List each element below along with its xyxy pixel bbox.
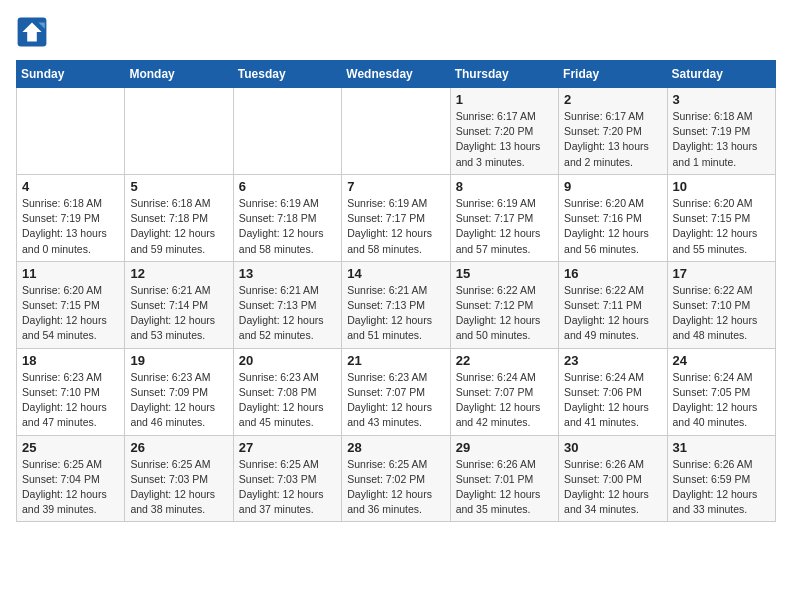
cell-content: Sunrise: 6:23 AM Sunset: 7:07 PM Dayligh… bbox=[347, 370, 444, 431]
day-number: 13 bbox=[239, 266, 336, 281]
calendar-cell: 21Sunrise: 6:23 AM Sunset: 7:07 PM Dayli… bbox=[342, 348, 450, 435]
calendar-cell: 3Sunrise: 6:18 AM Sunset: 7:19 PM Daylig… bbox=[667, 88, 775, 175]
day-number: 7 bbox=[347, 179, 444, 194]
cell-content: Sunrise: 6:19 AM Sunset: 7:17 PM Dayligh… bbox=[347, 196, 444, 257]
day-number: 15 bbox=[456, 266, 553, 281]
calendar-cell: 31Sunrise: 6:26 AM Sunset: 6:59 PM Dayli… bbox=[667, 435, 775, 522]
day-number: 18 bbox=[22, 353, 119, 368]
cell-content: Sunrise: 6:20 AM Sunset: 7:15 PM Dayligh… bbox=[22, 283, 119, 344]
weekday-row: SundayMondayTuesdayWednesdayThursdayFrid… bbox=[17, 61, 776, 88]
day-number: 11 bbox=[22, 266, 119, 281]
day-number: 3 bbox=[673, 92, 770, 107]
calendar-cell: 26Sunrise: 6:25 AM Sunset: 7:03 PM Dayli… bbox=[125, 435, 233, 522]
calendar-cell: 24Sunrise: 6:24 AM Sunset: 7:05 PM Dayli… bbox=[667, 348, 775, 435]
cell-content: Sunrise: 6:25 AM Sunset: 7:02 PM Dayligh… bbox=[347, 457, 444, 518]
day-number: 27 bbox=[239, 440, 336, 455]
calendar-cell: 8Sunrise: 6:19 AM Sunset: 7:17 PM Daylig… bbox=[450, 174, 558, 261]
calendar-cell: 16Sunrise: 6:22 AM Sunset: 7:11 PM Dayli… bbox=[559, 261, 667, 348]
calendar-cell: 29Sunrise: 6:26 AM Sunset: 7:01 PM Dayli… bbox=[450, 435, 558, 522]
calendar-cell bbox=[233, 88, 341, 175]
day-number: 23 bbox=[564, 353, 661, 368]
day-number: 29 bbox=[456, 440, 553, 455]
calendar-cell: 20Sunrise: 6:23 AM Sunset: 7:08 PM Dayli… bbox=[233, 348, 341, 435]
day-number: 30 bbox=[564, 440, 661, 455]
cell-content: Sunrise: 6:17 AM Sunset: 7:20 PM Dayligh… bbox=[564, 109, 661, 170]
weekday-header-saturday: Saturday bbox=[667, 61, 775, 88]
cell-content: Sunrise: 6:20 AM Sunset: 7:16 PM Dayligh… bbox=[564, 196, 661, 257]
cell-content: Sunrise: 6:26 AM Sunset: 7:01 PM Dayligh… bbox=[456, 457, 553, 518]
day-number: 19 bbox=[130, 353, 227, 368]
calendar-cell bbox=[17, 88, 125, 175]
calendar-cell: 17Sunrise: 6:22 AM Sunset: 7:10 PM Dayli… bbox=[667, 261, 775, 348]
cell-content: Sunrise: 6:20 AM Sunset: 7:15 PM Dayligh… bbox=[673, 196, 770, 257]
cell-content: Sunrise: 6:19 AM Sunset: 7:17 PM Dayligh… bbox=[456, 196, 553, 257]
calendar-cell: 1Sunrise: 6:17 AM Sunset: 7:20 PM Daylig… bbox=[450, 88, 558, 175]
calendar-cell: 13Sunrise: 6:21 AM Sunset: 7:13 PM Dayli… bbox=[233, 261, 341, 348]
calendar-cell: 19Sunrise: 6:23 AM Sunset: 7:09 PM Dayli… bbox=[125, 348, 233, 435]
cell-content: Sunrise: 6:22 AM Sunset: 7:12 PM Dayligh… bbox=[456, 283, 553, 344]
cell-content: Sunrise: 6:18 AM Sunset: 7:18 PM Dayligh… bbox=[130, 196, 227, 257]
day-number: 25 bbox=[22, 440, 119, 455]
logo bbox=[16, 16, 52, 48]
day-number: 21 bbox=[347, 353, 444, 368]
calendar-table: SundayMondayTuesdayWednesdayThursdayFrid… bbox=[16, 60, 776, 522]
calendar-cell: 28Sunrise: 6:25 AM Sunset: 7:02 PM Dayli… bbox=[342, 435, 450, 522]
weekday-header-wednesday: Wednesday bbox=[342, 61, 450, 88]
day-number: 2 bbox=[564, 92, 661, 107]
day-number: 1 bbox=[456, 92, 553, 107]
cell-content: Sunrise: 6:22 AM Sunset: 7:11 PM Dayligh… bbox=[564, 283, 661, 344]
cell-content: Sunrise: 6:24 AM Sunset: 7:05 PM Dayligh… bbox=[673, 370, 770, 431]
calendar-week-4: 18Sunrise: 6:23 AM Sunset: 7:10 PM Dayli… bbox=[17, 348, 776, 435]
calendar-cell: 2Sunrise: 6:17 AM Sunset: 7:20 PM Daylig… bbox=[559, 88, 667, 175]
weekday-header-friday: Friday bbox=[559, 61, 667, 88]
day-number: 14 bbox=[347, 266, 444, 281]
cell-content: Sunrise: 6:23 AM Sunset: 7:10 PM Dayligh… bbox=[22, 370, 119, 431]
calendar-cell: 12Sunrise: 6:21 AM Sunset: 7:14 PM Dayli… bbox=[125, 261, 233, 348]
cell-content: Sunrise: 6:21 AM Sunset: 7:13 PM Dayligh… bbox=[347, 283, 444, 344]
calendar-cell: 4Sunrise: 6:18 AM Sunset: 7:19 PM Daylig… bbox=[17, 174, 125, 261]
page-header bbox=[16, 16, 776, 48]
day-number: 10 bbox=[673, 179, 770, 194]
day-number: 6 bbox=[239, 179, 336, 194]
calendar-header: SundayMondayTuesdayWednesdayThursdayFrid… bbox=[17, 61, 776, 88]
cell-content: Sunrise: 6:18 AM Sunset: 7:19 PM Dayligh… bbox=[22, 196, 119, 257]
day-number: 12 bbox=[130, 266, 227, 281]
cell-content: Sunrise: 6:24 AM Sunset: 7:06 PM Dayligh… bbox=[564, 370, 661, 431]
cell-content: Sunrise: 6:22 AM Sunset: 7:10 PM Dayligh… bbox=[673, 283, 770, 344]
cell-content: Sunrise: 6:26 AM Sunset: 6:59 PM Dayligh… bbox=[673, 457, 770, 518]
day-number: 20 bbox=[239, 353, 336, 368]
cell-content: Sunrise: 6:21 AM Sunset: 7:14 PM Dayligh… bbox=[130, 283, 227, 344]
day-number: 22 bbox=[456, 353, 553, 368]
day-number: 5 bbox=[130, 179, 227, 194]
calendar-week-2: 4Sunrise: 6:18 AM Sunset: 7:19 PM Daylig… bbox=[17, 174, 776, 261]
calendar-cell bbox=[125, 88, 233, 175]
calendar-cell: 23Sunrise: 6:24 AM Sunset: 7:06 PM Dayli… bbox=[559, 348, 667, 435]
weekday-header-tuesday: Tuesday bbox=[233, 61, 341, 88]
logo-icon bbox=[16, 16, 48, 48]
day-number: 28 bbox=[347, 440, 444, 455]
calendar-body: 1Sunrise: 6:17 AM Sunset: 7:20 PM Daylig… bbox=[17, 88, 776, 522]
calendar-cell: 27Sunrise: 6:25 AM Sunset: 7:03 PM Dayli… bbox=[233, 435, 341, 522]
day-number: 16 bbox=[564, 266, 661, 281]
weekday-header-sunday: Sunday bbox=[17, 61, 125, 88]
cell-content: Sunrise: 6:19 AM Sunset: 7:18 PM Dayligh… bbox=[239, 196, 336, 257]
cell-content: Sunrise: 6:23 AM Sunset: 7:08 PM Dayligh… bbox=[239, 370, 336, 431]
calendar-cell: 18Sunrise: 6:23 AM Sunset: 7:10 PM Dayli… bbox=[17, 348, 125, 435]
weekday-header-monday: Monday bbox=[125, 61, 233, 88]
day-number: 17 bbox=[673, 266, 770, 281]
cell-content: Sunrise: 6:26 AM Sunset: 7:00 PM Dayligh… bbox=[564, 457, 661, 518]
day-number: 4 bbox=[22, 179, 119, 194]
day-number: 26 bbox=[130, 440, 227, 455]
cell-content: Sunrise: 6:23 AM Sunset: 7:09 PM Dayligh… bbox=[130, 370, 227, 431]
calendar-cell: 6Sunrise: 6:19 AM Sunset: 7:18 PM Daylig… bbox=[233, 174, 341, 261]
cell-content: Sunrise: 6:25 AM Sunset: 7:04 PM Dayligh… bbox=[22, 457, 119, 518]
calendar-cell: 30Sunrise: 6:26 AM Sunset: 7:00 PM Dayli… bbox=[559, 435, 667, 522]
calendar-week-5: 25Sunrise: 6:25 AM Sunset: 7:04 PM Dayli… bbox=[17, 435, 776, 522]
calendar-cell bbox=[342, 88, 450, 175]
calendar-cell: 9Sunrise: 6:20 AM Sunset: 7:16 PM Daylig… bbox=[559, 174, 667, 261]
cell-content: Sunrise: 6:25 AM Sunset: 7:03 PM Dayligh… bbox=[239, 457, 336, 518]
cell-content: Sunrise: 6:17 AM Sunset: 7:20 PM Dayligh… bbox=[456, 109, 553, 170]
calendar-week-1: 1Sunrise: 6:17 AM Sunset: 7:20 PM Daylig… bbox=[17, 88, 776, 175]
day-number: 8 bbox=[456, 179, 553, 194]
cell-content: Sunrise: 6:18 AM Sunset: 7:19 PM Dayligh… bbox=[673, 109, 770, 170]
